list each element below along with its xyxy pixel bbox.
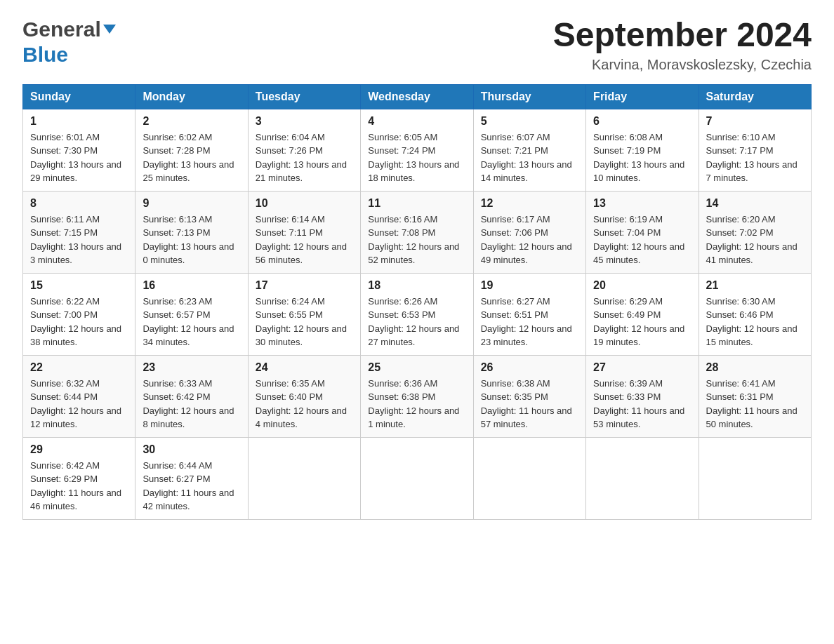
calendar-cell: 17 Sunrise: 6:24 AM Sunset: 6:55 PM Dayl… xyxy=(248,273,360,355)
col-thursday: Thursday xyxy=(473,84,585,109)
day-number: 18 xyxy=(368,279,465,292)
day-info: Sunrise: 6:10 AM Sunset: 7:17 PM Dayligh… xyxy=(706,130,804,185)
calendar-cell: 1 Sunrise: 6:01 AM Sunset: 7:30 PM Dayli… xyxy=(23,109,135,191)
day-info: Sunrise: 6:26 AM Sunset: 6:53 PM Dayligh… xyxy=(368,295,465,349)
day-number: 23 xyxy=(143,361,240,374)
day-info: Sunrise: 6:01 AM Sunset: 7:30 PM Dayligh… xyxy=(30,130,128,185)
logo-triangle-icon xyxy=(103,25,116,34)
page-subtitle: Karvina, Moravskoslezsky, Czechia xyxy=(553,57,812,73)
logo-general: General xyxy=(22,18,101,41)
calendar-cell: 2 Sunrise: 6:02 AM Sunset: 7:28 PM Dayli… xyxy=(135,109,248,191)
day-info: Sunrise: 6:13 AM Sunset: 7:13 PM Dayligh… xyxy=(143,213,240,267)
day-info: Sunrise: 6:07 AM Sunset: 7:21 PM Dayligh… xyxy=(481,130,578,185)
calendar-cell xyxy=(361,437,473,519)
day-number: 29 xyxy=(30,443,128,456)
calendar-cell: 21 Sunrise: 6:30 AM Sunset: 6:46 PM Dayl… xyxy=(699,273,811,355)
day-number: 8 xyxy=(30,197,128,210)
page-header: General Blue September 2024 Karvina, Mor… xyxy=(22,17,812,73)
day-info: Sunrise: 6:23 AM Sunset: 6:57 PM Dayligh… xyxy=(143,295,240,349)
day-number: 17 xyxy=(256,279,353,292)
day-number: 15 xyxy=(30,279,128,292)
day-info: Sunrise: 6:16 AM Sunset: 7:08 PM Dayligh… xyxy=(368,213,465,267)
calendar-cell: 26 Sunrise: 6:38 AM Sunset: 6:35 PM Dayl… xyxy=(473,355,585,437)
day-number: 28 xyxy=(706,361,804,374)
day-number: 10 xyxy=(256,197,353,210)
day-info: Sunrise: 6:17 AM Sunset: 7:06 PM Dayligh… xyxy=(481,213,578,267)
day-info: Sunrise: 6:38 AM Sunset: 6:35 PM Dayligh… xyxy=(481,377,578,431)
day-number: 13 xyxy=(593,197,691,210)
day-info: Sunrise: 6:36 AM Sunset: 6:38 PM Dayligh… xyxy=(368,377,465,431)
week-row-2: 8 Sunrise: 6:11 AM Sunset: 7:15 PM Dayli… xyxy=(23,191,812,273)
col-tuesday: Tuesday xyxy=(248,84,360,109)
col-monday: Monday xyxy=(135,84,248,109)
day-number: 6 xyxy=(593,115,691,128)
day-number: 11 xyxy=(368,197,465,210)
title-block: September 2024 Karvina, Moravskoslezsky,… xyxy=(553,17,812,73)
day-info: Sunrise: 6:11 AM Sunset: 7:15 PM Dayligh… xyxy=(30,213,128,267)
calendar-cell: 15 Sunrise: 6:22 AM Sunset: 7:00 PM Dayl… xyxy=(23,273,135,355)
calendar-cell: 13 Sunrise: 6:19 AM Sunset: 7:04 PM Dayl… xyxy=(586,191,699,273)
calendar-cell: 16 Sunrise: 6:23 AM Sunset: 6:57 PM Dayl… xyxy=(135,273,248,355)
calendar-cell: 23 Sunrise: 6:33 AM Sunset: 6:42 PM Dayl… xyxy=(135,355,248,437)
day-info: Sunrise: 6:20 AM Sunset: 7:02 PM Dayligh… xyxy=(706,213,804,267)
day-number: 30 xyxy=(143,443,240,456)
day-info: Sunrise: 6:30 AM Sunset: 6:46 PM Dayligh… xyxy=(706,295,804,349)
calendar-cell: 6 Sunrise: 6:08 AM Sunset: 7:19 PM Dayli… xyxy=(586,109,699,191)
day-number: 9 xyxy=(143,197,240,210)
calendar-cell: 19 Sunrise: 6:27 AM Sunset: 6:51 PM Dayl… xyxy=(473,273,585,355)
week-row-5: 29 Sunrise: 6:42 AM Sunset: 6:29 PM Dayl… xyxy=(23,437,812,519)
col-wednesday: Wednesday xyxy=(361,84,473,109)
calendar-cell: 25 Sunrise: 6:36 AM Sunset: 6:38 PM Dayl… xyxy=(361,355,473,437)
day-info: Sunrise: 6:29 AM Sunset: 6:49 PM Dayligh… xyxy=(593,295,691,349)
calendar-cell xyxy=(699,437,811,519)
day-info: Sunrise: 6:41 AM Sunset: 6:31 PM Dayligh… xyxy=(706,377,804,431)
calendar-cell xyxy=(248,437,360,519)
day-info: Sunrise: 6:22 AM Sunset: 7:00 PM Dayligh… xyxy=(30,295,128,349)
logo-blue: Blue xyxy=(22,42,116,67)
week-row-4: 22 Sunrise: 6:32 AM Sunset: 6:44 PM Dayl… xyxy=(23,355,812,437)
week-row-1: 1 Sunrise: 6:01 AM Sunset: 7:30 PM Dayli… xyxy=(23,109,812,191)
calendar-cell: 20 Sunrise: 6:29 AM Sunset: 6:49 PM Dayl… xyxy=(586,273,699,355)
calendar-cell: 28 Sunrise: 6:41 AM Sunset: 6:31 PM Dayl… xyxy=(699,355,811,437)
day-info: Sunrise: 6:14 AM Sunset: 7:11 PM Dayligh… xyxy=(256,213,353,267)
day-info: Sunrise: 6:24 AM Sunset: 6:55 PM Dayligh… xyxy=(256,295,353,349)
calendar-cell: 3 Sunrise: 6:04 AM Sunset: 7:26 PM Dayli… xyxy=(248,109,360,191)
calendar-cell: 7 Sunrise: 6:10 AM Sunset: 7:17 PM Dayli… xyxy=(699,109,811,191)
day-number: 4 xyxy=(368,115,465,128)
day-info: Sunrise: 6:39 AM Sunset: 6:33 PM Dayligh… xyxy=(593,377,691,431)
day-number: 21 xyxy=(706,279,804,292)
day-info: Sunrise: 6:08 AM Sunset: 7:19 PM Dayligh… xyxy=(593,130,691,185)
day-info: Sunrise: 6:05 AM Sunset: 7:24 PM Dayligh… xyxy=(368,130,465,185)
calendar-cell: 10 Sunrise: 6:14 AM Sunset: 7:11 PM Dayl… xyxy=(248,191,360,273)
calendar-cell: 4 Sunrise: 6:05 AM Sunset: 7:24 PM Dayli… xyxy=(361,109,473,191)
calendar-table: Sunday Monday Tuesday Wednesday Thursday… xyxy=(22,84,812,520)
day-number: 5 xyxy=(481,115,578,128)
day-info: Sunrise: 6:27 AM Sunset: 6:51 PM Dayligh… xyxy=(481,295,578,349)
calendar-cell: 5 Sunrise: 6:07 AM Sunset: 7:21 PM Dayli… xyxy=(473,109,585,191)
calendar-header-row: Sunday Monday Tuesday Wednesday Thursday… xyxy=(23,84,812,109)
calendar-cell: 30 Sunrise: 6:44 AM Sunset: 6:27 PM Dayl… xyxy=(135,437,248,519)
day-number: 27 xyxy=(593,361,691,374)
calendar-cell: 14 Sunrise: 6:20 AM Sunset: 7:02 PM Dayl… xyxy=(699,191,811,273)
day-info: Sunrise: 6:33 AM Sunset: 6:42 PM Dayligh… xyxy=(143,377,240,431)
day-info: Sunrise: 6:42 AM Sunset: 6:29 PM Dayligh… xyxy=(30,459,128,514)
day-info: Sunrise: 6:35 AM Sunset: 6:40 PM Dayligh… xyxy=(256,377,353,431)
calendar-cell: 12 Sunrise: 6:17 AM Sunset: 7:06 PM Dayl… xyxy=(473,191,585,273)
day-number: 25 xyxy=(368,361,465,374)
col-friday: Friday xyxy=(586,84,699,109)
day-number: 14 xyxy=(706,197,804,210)
day-info: Sunrise: 6:04 AM Sunset: 7:26 PM Dayligh… xyxy=(256,130,353,185)
day-number: 20 xyxy=(593,279,691,292)
day-info: Sunrise: 6:32 AM Sunset: 6:44 PM Dayligh… xyxy=(30,377,128,431)
calendar-cell: 18 Sunrise: 6:26 AM Sunset: 6:53 PM Dayl… xyxy=(361,273,473,355)
calendar-cell: 29 Sunrise: 6:42 AM Sunset: 6:29 PM Dayl… xyxy=(23,437,135,519)
day-number: 1 xyxy=(30,115,128,128)
day-info: Sunrise: 6:02 AM Sunset: 7:28 PM Dayligh… xyxy=(143,130,240,185)
day-number: 12 xyxy=(481,197,578,210)
calendar-cell: 24 Sunrise: 6:35 AM Sunset: 6:40 PM Dayl… xyxy=(248,355,360,437)
calendar-cell xyxy=(586,437,699,519)
logo: General Blue xyxy=(22,17,116,67)
day-info: Sunrise: 6:44 AM Sunset: 6:27 PM Dayligh… xyxy=(143,459,240,514)
day-number: 26 xyxy=(481,361,578,374)
calendar-cell: 11 Sunrise: 6:16 AM Sunset: 7:08 PM Dayl… xyxy=(361,191,473,273)
